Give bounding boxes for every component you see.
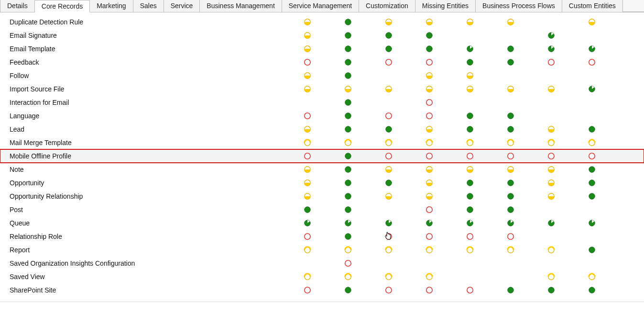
perm-green-full-icon[interactable] <box>466 58 474 66</box>
tab-business process flows[interactable]: Business Process Flows <box>476 0 562 12</box>
perm-green-full-icon[interactable] <box>385 32 393 39</box>
perm-green-quarter-top-icon[interactable] <box>588 219 596 227</box>
perm-yellow-half-bottom-icon[interactable] <box>304 192 311 200</box>
perm-cell[interactable] <box>490 206 531 214</box>
perm-cell[interactable] <box>368 166 409 173</box>
perm-yellow-ring-partial-icon[interactable] <box>426 246 433 254</box>
perm-cell[interactable] <box>531 58 571 66</box>
perm-cell[interactable] <box>368 85 409 93</box>
perm-cell[interactable] <box>449 206 490 214</box>
tab-custom entities[interactable]: Custom Entities <box>562 0 623 12</box>
perm-yellow-ring-partial-icon[interactable] <box>547 139 555 146</box>
perm-yellow-ring-partial-icon[interactable] <box>507 139 514 146</box>
perm-cell[interactable] <box>531 45 571 53</box>
perm-cell[interactable] <box>327 246 368 254</box>
perm-yellow-ring-partial-icon[interactable] <box>588 139 596 146</box>
perm-cell[interactable] <box>449 58 490 66</box>
perm-cell[interactable] <box>327 206 368 214</box>
perm-cell[interactable] <box>409 166 449 173</box>
perm-red-empty-icon[interactable] <box>426 112 433 120</box>
perm-yellow-half-bottom-icon[interactable] <box>466 166 474 173</box>
perm-cell[interactable] <box>368 125 409 133</box>
perm-green-full-icon[interactable] <box>466 192 474 200</box>
perm-cell[interactable] <box>327 286 368 294</box>
perm-cell[interactable] <box>531 166 571 173</box>
perm-green-quarter-top-icon[interactable] <box>547 32 555 39</box>
perm-yellow-half-bottom-icon[interactable] <box>426 72 433 79</box>
perm-yellow-ring-partial-icon[interactable] <box>466 246 474 254</box>
perm-cell[interactable] <box>327 139 368 146</box>
perm-yellow-ring-partial-icon[interactable] <box>344 139 352 146</box>
perm-cell[interactable] <box>409 192 449 200</box>
perm-cell[interactable] <box>409 112 449 120</box>
perm-cell[interactable] <box>368 58 409 66</box>
table-row[interactable]: Opportunity Relationship <box>0 190 644 203</box>
perm-red-empty-icon[interactable] <box>426 206 433 214</box>
perm-cell[interactable] <box>368 286 409 294</box>
perm-cell[interactable] <box>449 246 490 254</box>
perm-cell[interactable] <box>571 246 612 254</box>
perm-cell[interactable] <box>327 45 368 53</box>
perm-cell[interactable] <box>287 58 327 66</box>
perm-cell[interactable] <box>571 273 612 281</box>
perm-yellow-half-bottom-icon[interactable] <box>547 179 555 187</box>
perm-red-empty-icon[interactable] <box>426 58 433 66</box>
perm-green-full-icon[interactable] <box>385 45 393 53</box>
perm-cell[interactable] <box>571 139 612 146</box>
perm-cell[interactable] <box>531 246 571 254</box>
perm-cell[interactable] <box>409 219 449 227</box>
perm-cell[interactable] <box>571 179 612 187</box>
perm-yellow-half-bottom-icon[interactable] <box>426 125 433 133</box>
perm-cell[interactable] <box>287 112 327 120</box>
perm-red-empty-icon[interactable] <box>466 233 474 240</box>
perm-cell[interactable] <box>490 125 531 133</box>
perm-green-full-icon[interactable] <box>344 166 352 173</box>
perm-yellow-ring-partial-icon[interactable] <box>547 273 555 281</box>
perm-cell[interactable] <box>327 125 368 133</box>
perm-red-empty-icon[interactable] <box>304 286 311 294</box>
perm-red-empty-icon[interactable] <box>385 286 393 294</box>
perm-green-full-icon[interactable] <box>385 179 393 187</box>
perm-yellow-half-bottom-icon[interactable] <box>547 166 555 173</box>
perm-red-empty-icon[interactable] <box>426 233 433 240</box>
perm-cell[interactable] <box>571 152 612 160</box>
perm-red-empty-icon[interactable] <box>547 58 555 66</box>
table-row[interactable]: Interaction for Email <box>0 96 644 109</box>
perm-cell[interactable] <box>287 125 327 133</box>
perm-cell[interactable] <box>571 166 612 173</box>
perm-yellow-half-bottom-icon[interactable] <box>304 45 311 53</box>
perm-green-full-icon[interactable] <box>507 45 514 53</box>
perm-cell[interactable] <box>531 286 571 294</box>
perm-yellow-half-bottom-icon[interactable] <box>426 166 433 173</box>
perm-green-full-icon[interactable] <box>385 125 393 133</box>
perm-green-full-icon[interactable] <box>344 45 352 53</box>
perm-green-quarter-top-icon[interactable] <box>588 45 596 53</box>
perm-cell[interactable] <box>490 233 531 240</box>
perm-yellow-half-bottom-icon[interactable] <box>344 85 352 93</box>
perm-green-full-icon[interactable] <box>426 32 433 39</box>
perm-green-full-icon[interactable] <box>344 206 352 214</box>
perm-cell[interactable] <box>449 112 490 120</box>
perm-red-empty-icon[interactable] <box>466 152 474 160</box>
perm-cell[interactable] <box>490 85 531 93</box>
perm-yellow-ring-partial-icon[interactable] <box>385 246 393 254</box>
perm-cell[interactable] <box>449 179 490 187</box>
perm-red-empty-icon[interactable] <box>385 233 393 240</box>
perm-yellow-ring-partial-icon[interactable] <box>588 273 596 281</box>
perm-cell[interactable] <box>531 32 571 39</box>
perm-cell[interactable] <box>368 32 409 39</box>
perm-cell[interactable] <box>531 152 571 160</box>
tab-business management[interactable]: Business Management <box>200 0 282 12</box>
perm-cell[interactable] <box>327 32 368 39</box>
perm-cell[interactable] <box>409 18 449 26</box>
table-row[interactable]: Post <box>0 203 644 216</box>
perm-cell[interactable] <box>409 85 449 93</box>
perm-red-empty-icon[interactable] <box>426 286 433 294</box>
perm-green-quarter-top-icon[interactable] <box>507 219 514 227</box>
perm-cell[interactable] <box>409 273 449 281</box>
perm-cell[interactable] <box>327 112 368 120</box>
perm-yellow-half-bottom-icon[interactable] <box>304 85 311 93</box>
perm-red-empty-icon[interactable] <box>385 58 393 66</box>
tab-sales[interactable]: Sales <box>133 0 164 12</box>
perm-green-full-icon[interactable] <box>304 206 311 214</box>
